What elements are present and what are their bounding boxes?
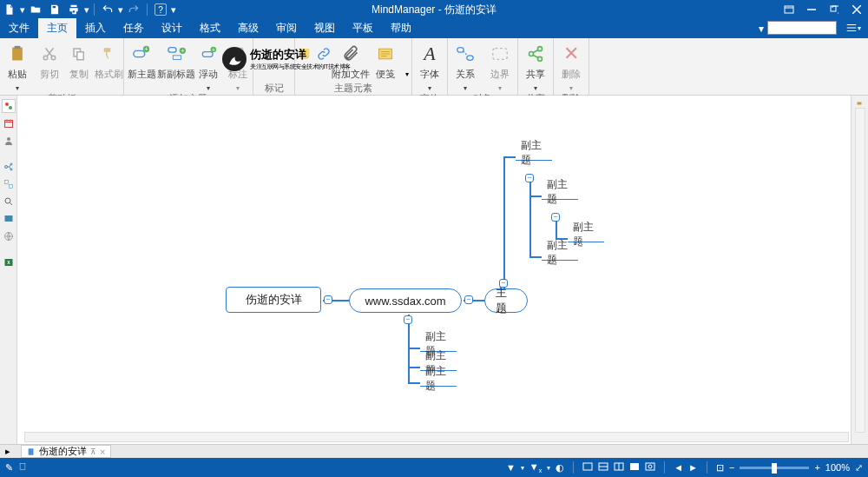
- svg-point-31: [538, 56, 542, 61]
- sub-topic-3[interactable]: 副主题: [568, 227, 604, 242]
- tab-insert[interactable]: 插入: [76, 18, 115, 38]
- status-doc-icon[interactable]: [18, 461, 27, 474]
- doc-close-icon[interactable]: ×: [100, 447, 105, 457]
- qat-print-icon[interactable]: [64, 0, 83, 19]
- svg-rect-40: [9, 185, 12, 189]
- minimize-icon[interactable]: [800, 0, 823, 19]
- nav-next-icon[interactable]: ►: [688, 462, 698, 473]
- root-topic[interactable]: 伤逝的安详: [226, 287, 321, 313]
- tab-advanced[interactable]: 高级: [229, 18, 267, 38]
- svg-point-36: [4, 166, 7, 169]
- pane-marker-icon[interactable]: [2, 99, 16, 113]
- qat-new-icon[interactable]: [0, 0, 19, 19]
- cut-button[interactable]: 剪切: [35, 38, 64, 92]
- zoom-in-icon[interactable]: +: [814, 462, 819, 473]
- view1-icon[interactable]: [582, 462, 593, 473]
- mindmap-canvas[interactable]: 伤逝的安详 www.ssdax.com 主题 副主题 副主题 副主题 副主题 副…: [17, 96, 851, 445]
- paste-button[interactable]: 粘贴▾: [0, 38, 35, 92]
- qat-undo-icon[interactable]: [98, 0, 117, 19]
- svg-rect-39: [4, 181, 8, 184]
- power-icon[interactable]: ◐: [556, 462, 564, 474]
- pane-search-icon[interactable]: [2, 195, 16, 209]
- ribbon: 粘贴▾ 剪切 复制 格式刷 剪贴板 +新主题 +新副标题 +浮动▾ 标注▾ 添加…: [0, 38, 868, 96]
- pane-mapparts-icon[interactable]: [2, 160, 16, 174]
- tab-format[interactable]: 格式: [191, 18, 229, 38]
- search-input[interactable]: [767, 21, 837, 35]
- svg-rect-5: [12, 48, 23, 61]
- svg-rect-42: [4, 215, 12, 222]
- sub-topic-7[interactable]: 副主题: [420, 371, 457, 387]
- pane-web-icon[interactable]: [2, 229, 16, 243]
- sub-topic-1[interactable]: 副主题: [516, 145, 552, 161]
- view4-icon[interactable]: [629, 462, 640, 473]
- boundary-button[interactable]: 边界▾: [483, 38, 517, 92]
- relationship-button[interactable]: 关系▾: [448, 38, 483, 92]
- zoom-expand-icon[interactable]: ⤢: [855, 462, 863, 474]
- maximize-icon[interactable]: [823, 0, 845, 19]
- nav-prev-icon[interactable]: ◄: [674, 462, 683, 473]
- status-bar: ✎ ▼▾ ▼x▾ ◐ ◄ ► ⊡ − + 100% ⤢: [0, 458, 868, 477]
- font-button[interactable]: A字体▾: [412, 38, 447, 92]
- qat-dropdown-3[interactable]: ▾: [117, 0, 124, 19]
- left-panel: X: [0, 96, 17, 445]
- svg-rect-10: [77, 52, 84, 60]
- pane-related-icon[interactable]: [2, 177, 16, 191]
- document-tab[interactable]: 伤逝的安详 ⊼ ×: [21, 445, 111, 458]
- center-topic[interactable]: www.ssdax.com: [349, 288, 462, 313]
- zoom-value[interactable]: 100%: [825, 462, 850, 473]
- copy-button[interactable]: 复制: [64, 38, 94, 92]
- formatpainter-button[interactable]: 格式刷: [94, 38, 123, 92]
- zoom-slider[interactable]: [740, 467, 809, 469]
- notecard-button[interactable]: 便笺: [368, 38, 403, 82]
- zoom-out-icon[interactable]: −: [729, 462, 734, 473]
- pane-myinfo-icon[interactable]: [2, 134, 16, 148]
- docbar-expand-icon[interactable]: ▸: [5, 446, 10, 457]
- tab-task[interactable]: 任务: [115, 18, 153, 38]
- right-topic[interactable]: 主题: [484, 288, 528, 313]
- qat-dropdown-2[interactable]: ▾: [83, 0, 90, 19]
- tab-view[interactable]: 视图: [306, 18, 344, 38]
- pane-excel-icon[interactable]: X: [2, 255, 16, 269]
- elements-expand[interactable]: ▾: [403, 38, 411, 82]
- doc-pin-icon[interactable]: ⊼: [90, 447, 96, 456]
- qat-help-icon[interactable]: ?: [155, 3, 167, 16]
- tab-tablet[interactable]: 平板: [344, 18, 382, 38]
- horizontal-scrollbar[interactable]: [24, 432, 849, 442]
- watermark-overlay: 伤逝的安详关注互联网与系统安全技术的IT技术博客: [222, 47, 351, 71]
- newsubtopic-button[interactable]: +新副标题: [159, 38, 194, 92]
- filter2-icon[interactable]: ▼x: [529, 461, 542, 474]
- qat-open-icon[interactable]: [26, 0, 45, 19]
- view3-icon[interactable]: [614, 462, 624, 473]
- float-button[interactable]: +浮动▾: [194, 38, 223, 92]
- view2-icon[interactable]: [598, 462, 608, 473]
- tab-review[interactable]: 审阅: [267, 18, 306, 38]
- document-tab-bar: ▸ 伤逝的安详 ⊼ ×: [0, 444, 868, 458]
- share-button[interactable]: 共享▾: [518, 38, 553, 92]
- tab-design[interactable]: 设计: [153, 18, 191, 38]
- view5-icon[interactable]: [645, 462, 655, 473]
- ribbon-toggle-icon[interactable]: [778, 0, 800, 19]
- qat-dropdown-1[interactable]: ▾: [19, 0, 26, 19]
- pane-browser-icon[interactable]: [2, 212, 16, 226]
- fit-icon[interactable]: ⊡: [716, 462, 724, 474]
- qat-redo-icon[interactable]: [124, 0, 143, 19]
- svg-text:+: +: [144, 45, 148, 53]
- svg-rect-55: [646, 463, 654, 470]
- tab-help[interactable]: 帮助: [382, 18, 420, 38]
- sub-topic-2[interactable]: 副主题: [542, 184, 578, 200]
- vertical-scrollbar[interactable]: [855, 108, 865, 433]
- newtopic-button[interactable]: +新主题: [124, 38, 159, 92]
- tab-file[interactable]: 文件: [0, 18, 38, 38]
- close-icon[interactable]: [845, 0, 868, 19]
- qat-save-icon[interactable]: [45, 0, 64, 19]
- sub-topic-4[interactable]: 副主题: [542, 245, 578, 261]
- tab-home[interactable]: 主页: [38, 18, 76, 38]
- delete-button[interactable]: ✕删除▾: [554, 38, 589, 92]
- status-pen-icon[interactable]: ✎: [5, 462, 13, 474]
- search-config-icon[interactable]: ▾: [844, 20, 863, 36]
- svg-rect-49: [583, 463, 592, 470]
- pane-task-icon[interactable]: [2, 116, 16, 130]
- filter-icon[interactable]: ▼: [506, 462, 516, 473]
- qat-dropdown-4[interactable]: ▾: [170, 0, 177, 19]
- window-title: MindManager - 伤逝的安详: [372, 3, 496, 17]
